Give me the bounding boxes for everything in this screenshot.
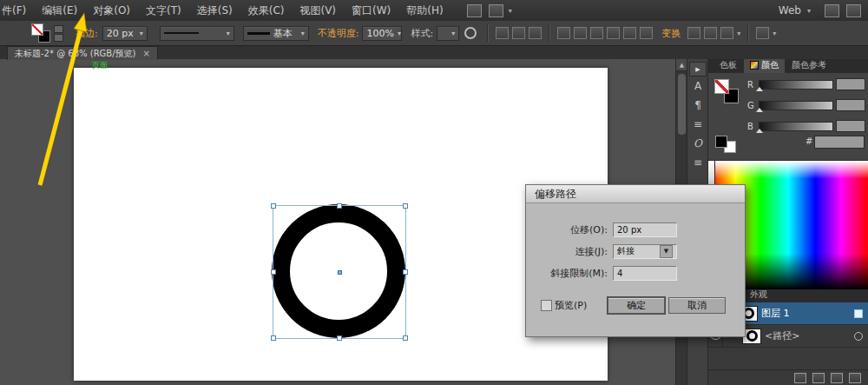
new-layer-icon[interactable] <box>831 373 843 383</box>
tab-color-guide[interactable]: 颜色参考 <box>786 57 832 73</box>
width-profile-select[interactable]: ▾ <box>160 26 234 41</box>
swatch-shortcut-icons[interactable] <box>54 25 63 42</box>
style-select[interactable]: ▾ <box>437 26 459 41</box>
shape-mode-icon[interactable] <box>687 27 700 39</box>
delete-layer-icon[interactable] <box>849 373 861 383</box>
menu-type[interactable]: 文字(T) <box>138 3 189 18</box>
green-value-input[interactable] <box>836 99 865 111</box>
selection-handle[interactable] <box>403 203 408 209</box>
stroke-label[interactable]: 描边: <box>76 27 98 40</box>
black-white-swatches[interactable] <box>715 136 736 153</box>
panel-menu-icon[interactable] <box>756 27 769 39</box>
pathfinder-icon[interactable] <box>704 27 717 39</box>
center-anchor-point[interactable] <box>338 270 342 275</box>
preferences-icon[interactable] <box>512 27 525 39</box>
workspace-switcher[interactable]: Web ▾ <box>770 4 821 17</box>
color-panel-body: R G B # <box>708 73 868 161</box>
hex-input[interactable] <box>814 136 865 149</box>
selection-indicator[interactable] <box>854 309 863 318</box>
slider-thumb-icon[interactable] <box>756 87 763 91</box>
character-panel-icon[interactable]: A <box>687 76 708 96</box>
dropdown-arrow-icon[interactable]: ▼ <box>660 245 673 258</box>
preview-checkbox[interactable] <box>541 300 552 311</box>
chevron-down-icon: ▾ <box>140 30 143 37</box>
search-panel-icon[interactable] <box>825 4 839 17</box>
red-slider[interactable] <box>759 80 833 90</box>
join-value: 斜接 <box>617 245 635 257</box>
stroke-width-select[interactable]: 20 px ▾ <box>102 26 148 41</box>
green-slider-row: G <box>708 99 868 111</box>
selection-handle[interactable] <box>271 269 276 275</box>
chevron-down-icon: ▾ <box>227 30 230 37</box>
slider-thumb-icon[interactable] <box>756 108 763 112</box>
go-bridge-icon[interactable] <box>467 4 482 17</box>
selection-handle[interactable] <box>271 335 276 341</box>
opacity-select[interactable]: 100% ▾ <box>362 26 402 41</box>
expand-panels-icon[interactable]: ▶ <box>689 62 707 76</box>
align-left-icon[interactable] <box>557 27 570 39</box>
selection-handle[interactable] <box>271 203 276 209</box>
menu-window[interactable]: 窗口(W) <box>344 3 398 18</box>
red-slider-row: R <box>708 78 868 90</box>
cs-live-icon[interactable] <box>846 4 861 17</box>
align-top-icon[interactable] <box>607 27 620 39</box>
align-right-icon[interactable] <box>590 27 603 39</box>
stroke-panel-icon[interactable]: ≡ <box>687 115 708 134</box>
tab-color[interactable]: 颜色 <box>744 57 785 73</box>
dialog-title[interactable]: 偏移路径 <box>526 185 745 203</box>
selection-handle[interactable] <box>403 269 408 275</box>
chevron-down-icon: ▾ <box>398 30 401 37</box>
opacity-label[interactable]: 不透明度: <box>318 27 359 40</box>
green-slider[interactable] <box>759 101 833 110</box>
ok-button[interactable]: 确定 <box>608 297 665 314</box>
selection-handle[interactable] <box>337 335 342 341</box>
scrollbar-thumb[interactable] <box>678 74 686 135</box>
color-panel-tabs: 色板 颜色 颜色参考 <box>708 59 868 73</box>
channel-label: B <box>747 122 753 131</box>
menu-object[interactable]: 对象(O) <box>85 3 138 18</box>
brush-definition-select[interactable]: 基本 ▾ <box>243 26 309 41</box>
target-circle-icon[interactable] <box>854 332 863 341</box>
color-swatch-icon <box>54 25 63 33</box>
fill-stroke-proxy[interactable] <box>31 23 50 43</box>
isolate-icon[interactable] <box>529 27 542 39</box>
illustrator-window: 件(F) 编辑(E) 对象(O) 文字(T) 选择(S) 效果(C) 视图(V)… <box>0 0 868 385</box>
blue-slider[interactable] <box>759 122 833 131</box>
new-sublayer-icon[interactable] <box>812 373 825 383</box>
menu-file[interactable]: 件(F) <box>0 3 34 18</box>
opentype-panel-icon[interactable]: O <box>687 134 708 153</box>
recolor-artwork-icon[interactable] <box>464 27 477 39</box>
document-tab[interactable]: 未标题-2* @ 68% (RGB/预览) × <box>7 46 158 60</box>
miter-limit-input[interactable]: 4 <box>613 266 677 281</box>
basic-brush-icon <box>247 32 270 35</box>
selection-handle[interactable] <box>403 335 408 341</box>
offset-input[interactable]: 20 px <box>613 222 677 237</box>
red-value-input[interactable] <box>836 78 865 90</box>
make-mask-icon[interactable] <box>794 373 806 383</box>
arrange-icon[interactable] <box>720 27 733 39</box>
align-bottom-icon[interactable] <box>640 27 653 39</box>
align-middle-icon[interactable] <box>623 27 636 39</box>
cancel-button[interactable]: 取消 <box>668 297 726 314</box>
menu-select[interactable]: 选择(S) <box>189 3 240 18</box>
document-setup-icon[interactable] <box>496 27 509 39</box>
transform-label[interactable]: 变换 <box>661 27 681 40</box>
selection-handle[interactable] <box>337 203 342 209</box>
style-label: 样式: <box>411 27 433 40</box>
close-tab-icon[interactable]: × <box>142 49 149 58</box>
path-name[interactable]: <路径> <box>765 329 799 342</box>
menu-edit[interactable]: 编辑(E) <box>34 3 85 18</box>
selection-bounding-box[interactable] <box>273 205 406 339</box>
menu-view[interactable]: 视图(V) <box>292 3 344 18</box>
menu-help[interactable]: 帮助(H) <box>398 3 450 18</box>
layer-name[interactable]: 图层 1 <box>761 307 790 320</box>
slider-thumb-icon[interactable] <box>756 129 763 133</box>
tab-swatches[interactable]: 色板 <box>713 57 743 73</box>
join-select[interactable]: 斜接 ▼ <box>613 244 677 259</box>
arrange-documents-icon[interactable] <box>489 4 503 17</box>
blue-value-input[interactable] <box>836 120 865 132</box>
appearance-panel-icon[interactable]: ≡ <box>687 153 708 172</box>
menu-effect[interactable]: 效果(C) <box>240 3 293 18</box>
align-center-icon[interactable] <box>574 27 587 39</box>
paragraph-panel-icon[interactable]: ¶ <box>687 96 708 115</box>
